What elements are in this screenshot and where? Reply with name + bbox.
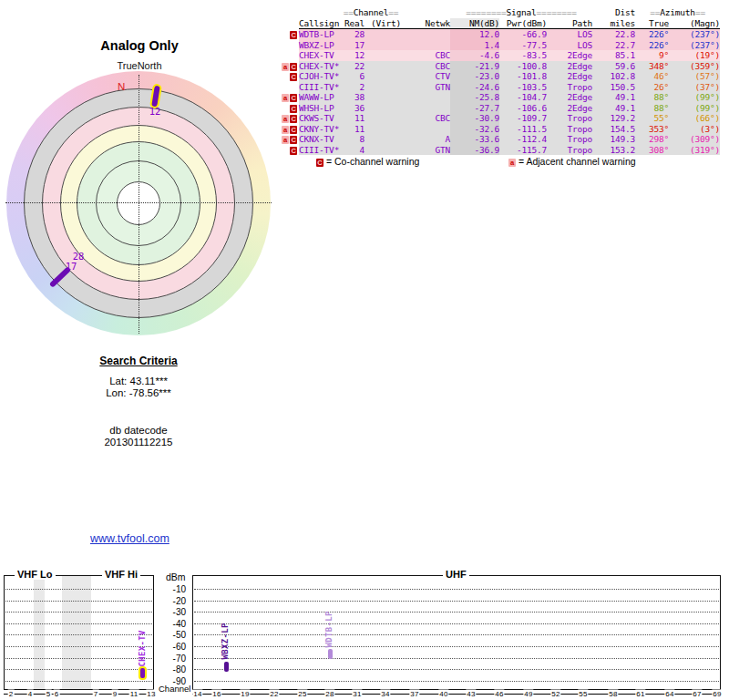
dbm-tick-label: -20 bbox=[160, 596, 186, 606]
band-label-vhf-lo: VHF Lo bbox=[15, 569, 56, 580]
channel-tick-label: 46 bbox=[494, 690, 504, 698]
channel-tick-label: 64 bbox=[664, 690, 674, 698]
dbm-tick-label: -50 bbox=[160, 630, 186, 640]
grid-line bbox=[5, 681, 152, 682]
channel-tick-label: 69 bbox=[712, 690, 722, 698]
channel-tick-label: 2 bbox=[8, 690, 15, 698]
channel-tick-label: 58 bbox=[608, 690, 618, 698]
grid-line bbox=[194, 634, 719, 635]
grid-line bbox=[194, 681, 719, 682]
channel-tick-label: 7 bbox=[93, 690, 99, 698]
grid-line bbox=[5, 646, 152, 647]
band-label-uhf: UHF bbox=[443, 569, 469, 580]
station-callsign-label: WDTB-LP bbox=[324, 604, 335, 647]
channel-tick-label: 40 bbox=[438, 690, 448, 698]
grid-line bbox=[194, 612, 719, 612]
grid-line bbox=[194, 589, 719, 590]
channel-tick-label: 55 bbox=[578, 690, 588, 698]
grid-line bbox=[194, 623, 719, 624]
channel-tick-label: 5 bbox=[46, 690, 52, 698]
signal-strength-marker bbox=[328, 649, 333, 659]
signal-strength-marker bbox=[224, 662, 229, 672]
channel-tick-label: 14 bbox=[192, 690, 202, 698]
grid-line bbox=[194, 669, 719, 670]
grid-line bbox=[194, 601, 719, 602]
station-callsign-label: CHEX-TV bbox=[138, 623, 149, 666]
uhf-band-box bbox=[192, 575, 721, 690]
channel-tick-label: 6 bbox=[54, 690, 60, 698]
band-label-vhf-hi: VHF Hi bbox=[102, 569, 140, 580]
channel-tick-label: 25 bbox=[297, 690, 307, 698]
dbm-tick-label: -40 bbox=[160, 619, 186, 629]
channel-tick-label: 4 bbox=[27, 690, 34, 698]
dbm-tick-label: -70 bbox=[160, 654, 186, 664]
grid-line bbox=[194, 658, 719, 659]
channel-tick-label: 22 bbox=[269, 690, 279, 698]
signal-strength-marker bbox=[140, 668, 145, 678]
channel-tick-label: 16 bbox=[211, 690, 221, 698]
grid-line bbox=[5, 669, 152, 670]
dbm-tick-label: -10 bbox=[160, 584, 186, 594]
channel-tick-label: 49 bbox=[523, 690, 533, 698]
grid-line bbox=[194, 646, 719, 647]
channel-tick-label: 52 bbox=[550, 690, 560, 698]
grid-line bbox=[5, 634, 152, 635]
dbm-tick-label: -60 bbox=[160, 642, 186, 652]
tvfool-report-page: Analog Only TrueNorth 122817 N ==Channel… bbox=[0, 0, 729, 700]
channel-tick-label: 19 bbox=[240, 690, 250, 698]
dbm-tick-label: -30 bbox=[160, 607, 186, 617]
channel-tick-label: 28 bbox=[324, 690, 334, 698]
channel-tick-label: 37 bbox=[409, 690, 419, 698]
vhf-band-box bbox=[4, 575, 154, 690]
spectrum-chart: dBm Channel -10-20-30-40-50-60-70-80-90V… bbox=[0, 0, 729, 700]
channel-tick-label: 67 bbox=[692, 690, 702, 698]
grid-line bbox=[5, 589, 152, 590]
channel-tick-label: 31 bbox=[352, 690, 362, 698]
channel-tick-label: 13 bbox=[146, 690, 156, 698]
grid-line bbox=[5, 658, 152, 659]
channel-tick-label: 43 bbox=[466, 690, 476, 698]
dbm-tick-label: -80 bbox=[160, 664, 186, 674]
grid-line bbox=[5, 623, 152, 624]
grid-line bbox=[5, 612, 152, 612]
dbm-axis-label: dBm bbox=[166, 571, 186, 582]
channel-tick-label: 61 bbox=[635, 690, 645, 698]
station-callsign-label: WBXZ-LP bbox=[221, 616, 231, 659]
dbm-tick-label: -90 bbox=[160, 676, 186, 686]
channel-tick-label: 9 bbox=[112, 690, 118, 698]
channel-tick-label: 34 bbox=[380, 690, 390, 698]
grid-line bbox=[5, 601, 152, 602]
channel-tick-label: 11 bbox=[129, 690, 139, 698]
